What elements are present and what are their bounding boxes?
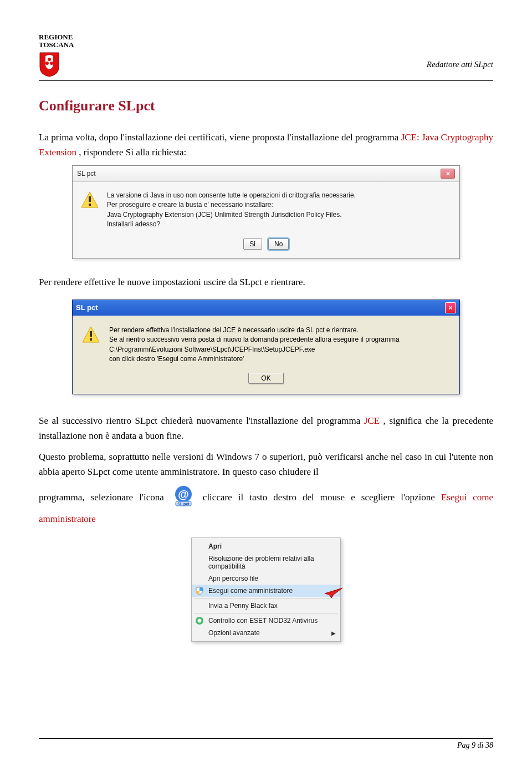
cm-compat[interactable]: Risoluzione dei problemi relativi alla c… bbox=[192, 552, 340, 572]
dialog2-line1: Per rendere effettiva l'installazione de… bbox=[109, 326, 451, 335]
warning-icon bbox=[80, 191, 99, 210]
svg-rect-5 bbox=[89, 204, 91, 206]
cm-send-fax[interactable]: Invia a Penny Black fax bbox=[192, 600, 340, 612]
svg-rect-8 bbox=[90, 338, 92, 341]
para1-text-c: , rispondere Sì alla richiesta: bbox=[79, 147, 186, 158]
cm-run-as-admin[interactable]: Esegui come amministratore bbox=[192, 585, 340, 597]
cm-open[interactable]: Apri bbox=[192, 540, 340, 552]
para-win7: Questo problema, soprattutto nelle versi… bbox=[39, 449, 493, 479]
dialog2-title: SL pct bbox=[76, 303, 98, 312]
para3-a: Se al successivo rientro SLpct chiederà … bbox=[39, 415, 364, 426]
svg-point-2 bbox=[50, 62, 53, 65]
submenu-arrow-icon: ▶ bbox=[331, 630, 336, 636]
cm-eset-scan[interactable]: Controllo con ESET NOD32 Antivirus bbox=[192, 615, 340, 627]
dialog1-line4: Installarli adesso? bbox=[107, 220, 452, 229]
dialog2-message: Per rendere effettiva l'installazione de… bbox=[109, 326, 451, 364]
page-header: REGIONE TOSCANA Redattore atti SLpct bbox=[39, 33, 493, 81]
dialog1-close-button[interactable]: ✕ bbox=[441, 169, 455, 179]
svg-point-14 bbox=[198, 619, 202, 623]
shield-admin-icon bbox=[195, 586, 204, 595]
para-restart: Per rendere effettive le nuove impostazi… bbox=[39, 275, 493, 290]
svg-text:@: @ bbox=[178, 488, 189, 500]
org-name-line1: REGIONE bbox=[39, 33, 73, 41]
dialog2-line4: con click destro 'Esegui come Amministra… bbox=[109, 354, 451, 364]
eset-icon bbox=[195, 616, 204, 625]
cm-run-as-admin-label: Esegui come amministratore bbox=[208, 587, 293, 595]
dialog1-no-button[interactable]: No bbox=[268, 239, 289, 250]
dialog2-titlebar: SL pct × bbox=[73, 300, 459, 316]
intro-paragraph: La prima volta, dopo l'installazione dei… bbox=[39, 130, 493, 160]
page-number: Pag 9 di 38 bbox=[457, 741, 493, 749]
dialog1-title: SL pct bbox=[77, 170, 96, 177]
cm-advanced-label: Opzioni avanzate bbox=[208, 629, 260, 637]
dialog2-line3: C:\Programmi\Evoluzioni Software\SLpct\J… bbox=[109, 345, 451, 354]
org-name-line2: TOSCANA bbox=[39, 41, 74, 49]
cm-eset-label: Controllo con ESET NOD32 Antivirus bbox=[208, 617, 318, 625]
cm-open-location[interactable]: Apri percorso file bbox=[192, 572, 340, 585]
svg-point-1 bbox=[45, 62, 49, 65]
section-heading: Configurare SLpct bbox=[39, 98, 493, 114]
dialog2-close-button[interactable]: × bbox=[445, 302, 456, 313]
warning-icon bbox=[81, 326, 100, 344]
right-click-context-menu: Apri Risoluzione dei problemi relativi a… bbox=[191, 537, 341, 642]
cm-separator bbox=[194, 613, 338, 613]
dialog2-ok-button[interactable]: OK bbox=[248, 373, 283, 384]
red-pointer-arrow-icon bbox=[317, 586, 344, 599]
svg-text:SL pct: SL pct bbox=[177, 502, 190, 506]
para5-b: cliccare il tasto destro del mouse e sce… bbox=[203, 492, 441, 503]
dialog1-line3: Java Cryptography Extension (JCE) Unlimi… bbox=[107, 210, 452, 220]
svg-point-0 bbox=[48, 58, 51, 61]
para5-a: programma, selezionare l'icona bbox=[39, 492, 170, 503]
jce-restart-dialog: SL pct × Per rendere effettiva l'install… bbox=[72, 300, 460, 395]
dialog1-line2: Per proseguire e creare la busta e' nece… bbox=[107, 200, 452, 210]
para-icon-instruction: programma, selezionare l'icona @ SL pct … bbox=[39, 485, 493, 526]
para3-jce: JCE bbox=[364, 415, 380, 426]
cm-separator bbox=[194, 598, 338, 598]
regione-toscana-shield-icon bbox=[39, 52, 60, 77]
slpct-app-icon: @ SL pct bbox=[172, 485, 195, 511]
document-title: Redattore atti SLpct bbox=[427, 60, 493, 69]
dialog2-line2: Se al rientro successivo verrà posta di … bbox=[109, 335, 451, 344]
dialog1-message: La versione di Java in uso non consente … bbox=[107, 191, 452, 230]
svg-rect-4 bbox=[89, 196, 91, 202]
cm-advanced-options[interactable]: Opzioni avanzate ▶ bbox=[192, 627, 340, 639]
page-footer: Pag 9 di 38 bbox=[39, 738, 493, 750]
dialog1-titlebar: SL pct ✕ bbox=[73, 166, 459, 182]
logo-block: REGIONE TOSCANA bbox=[39, 33, 74, 77]
dialog1-line1: La versione di Java in uso non consente … bbox=[107, 191, 452, 200]
para1-text-a: La prima volta, dopo l'installazione dei… bbox=[39, 132, 401, 143]
jce-install-dialog: SL pct ✕ La versione di Java in uso non … bbox=[72, 165, 460, 259]
para-retry: Se al successivo rientro SLpct chiederà … bbox=[39, 413, 493, 443]
dialog1-yes-button[interactable]: Si bbox=[243, 239, 262, 250]
svg-rect-7 bbox=[90, 331, 92, 337]
